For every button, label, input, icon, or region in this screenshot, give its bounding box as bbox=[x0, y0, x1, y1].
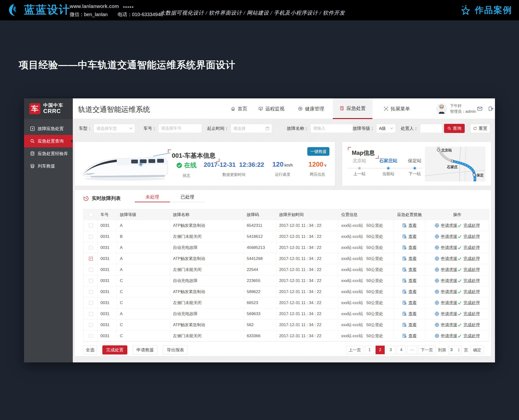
view-action[interactable]: 查看 bbox=[402, 256, 417, 261]
page-button[interactable]: 4 bbox=[397, 345, 406, 354]
website-url[interactable]: www.lanlanwork.com bbox=[70, 3, 119, 9]
row-checkbox[interactable] bbox=[89, 279, 93, 283]
complete-action[interactable]: 完成处理 bbox=[457, 256, 480, 261]
select-all-checkbox[interactable] bbox=[89, 213, 93, 217]
request-rescue-action[interactable]: 申请求援 bbox=[435, 333, 457, 339]
request-rescue-action[interactable]: 申请求援 bbox=[435, 256, 457, 261]
one-key-rescue-button[interactable]: 一键救援 bbox=[307, 147, 329, 156]
request-rescue-action[interactable]: 申请求援 bbox=[435, 234, 457, 239]
vehicle-no-input[interactable] bbox=[161, 126, 199, 131]
view-action[interactable]: 查看 bbox=[402, 289, 417, 294]
request-rescue-action[interactable]: 申请求援 bbox=[435, 289, 457, 294]
row-checkbox[interactable] bbox=[89, 290, 93, 294]
complete-action[interactable]: 完成处理 bbox=[457, 223, 480, 228]
route-map: 北京站 石家庄 保定 bbox=[425, 147, 485, 181]
view-action[interactable]: 查看 bbox=[402, 300, 417, 306]
spinner-arrows[interactable]: ▲▼ bbox=[458, 348, 460, 352]
complete-action[interactable]: 完成处理 bbox=[457, 267, 480, 272]
view-action[interactable]: 查看 bbox=[402, 333, 417, 339]
tab-processed[interactable]: 已处理 bbox=[170, 192, 205, 202]
fault-name-input[interactable] bbox=[313, 126, 351, 131]
request-rescue-action[interactable]: 申请求援 bbox=[435, 322, 457, 328]
view-action[interactable]: 查看 bbox=[402, 223, 417, 228]
map-label-shijiazhuang: 石家庄 bbox=[447, 165, 458, 169]
row-checkbox[interactable] bbox=[89, 246, 93, 250]
online-check-icon bbox=[176, 163, 182, 168]
view-action[interactable]: 查看 bbox=[402, 234, 417, 239]
request-rescue-button[interactable]: 申请救援 bbox=[133, 345, 158, 354]
tab-health-management[interactable]: 健康管理 bbox=[298, 98, 324, 119]
complete-dispose-button[interactable]: 完成处置 bbox=[102, 345, 127, 354]
cell-start-time: 2017-12-31 11 : 34 : 22 bbox=[276, 231, 338, 242]
request-rescue-action[interactable]: 申请求援 bbox=[435, 300, 457, 306]
complete-action[interactable]: 完成处理 bbox=[457, 311, 480, 316]
select-all-button[interactable]: 全选 bbox=[83, 345, 97, 354]
view-action[interactable]: 查看 bbox=[402, 278, 417, 284]
sidebar-item-train-rescue[interactable]: 列车救援 bbox=[24, 160, 73, 172]
app-sidebar: 车 中国中车 CRRC 故障应急处置 应急处置查询 bbox=[24, 98, 73, 362]
time-range-picker[interactable]: 请选择 bbox=[231, 124, 272, 133]
page-ellipsis[interactable]: ··· bbox=[407, 345, 417, 354]
tab-home[interactable]: 首页 bbox=[231, 98, 247, 119]
request-rescue-action[interactable]: 申请求援 bbox=[435, 311, 457, 316]
request-rescue-action[interactable]: 申请求援 bbox=[435, 245, 457, 250]
row-checkbox[interactable] bbox=[89, 268, 93, 272]
goto-page-input[interactable]: 3 ▲▼ bbox=[449, 345, 462, 354]
row-checkbox[interactable] bbox=[89, 301, 93, 305]
page-button[interactable]: 2 bbox=[376, 345, 385, 354]
station-dot-next bbox=[413, 166, 416, 170]
request-rescue-action[interactable]: 申请求援 bbox=[435, 278, 457, 284]
user-area: 下午好 管理员：admin bbox=[436, 98, 476, 119]
page-button[interactable]: 1 bbox=[365, 345, 374, 354]
view-action[interactable]: 查看 bbox=[402, 245, 417, 250]
check-icon bbox=[457, 245, 462, 250]
complete-action[interactable]: 完成处理 bbox=[457, 333, 480, 339]
complete-action[interactable]: 完成处理 bbox=[457, 278, 480, 284]
map-label-beijing: 北京站 bbox=[441, 148, 452, 152]
tab-expand-menu[interactable]: 拓展菜单 bbox=[384, 98, 410, 119]
row-checkbox[interactable]: ✓ bbox=[89, 257, 93, 261]
view-action[interactable]: 查看 bbox=[402, 311, 417, 316]
fault-level-select[interactable]: A级 bbox=[376, 124, 396, 133]
complete-action[interactable]: 完成处理 bbox=[457, 300, 480, 306]
portfolio-link[interactable]: 作品案例 bbox=[459, 0, 512, 20]
request-rescue-action[interactable]: 申请求援 bbox=[435, 223, 457, 228]
row-checkbox[interactable] bbox=[89, 323, 93, 327]
mail-icon[interactable] bbox=[477, 106, 483, 112]
cell-start-time: 2017-12-31 11 : 34 : 22 bbox=[276, 242, 338, 253]
request-rescue-action[interactable]: 申请求援 bbox=[435, 267, 457, 272]
row-checkbox[interactable] bbox=[89, 312, 93, 316]
table-row: 0031 C ATP触发紧急制动 589622 2017-12-31 11 : … bbox=[83, 286, 489, 297]
vehicle-type-select[interactable]: 请选择车型 bbox=[94, 124, 135, 133]
complete-action[interactable]: 完成处理 bbox=[457, 234, 480, 239]
view-action[interactable]: 查看 bbox=[402, 322, 417, 328]
tab-emergency-response[interactable]: 应急处置 bbox=[333, 98, 372, 119]
complete-action[interactable]: 完成处理 bbox=[457, 289, 480, 294]
filter-fault-level: 故障等级： A级 bbox=[353, 124, 396, 133]
export-report-button[interactable]: 导出报表 bbox=[163, 345, 188, 354]
reset-button[interactable]: 重置 bbox=[470, 124, 490, 133]
complete-action[interactable]: 完成处理 bbox=[457, 245, 480, 250]
prev-page-button[interactable]: 上一页 bbox=[346, 345, 364, 354]
row-checkbox[interactable] bbox=[89, 235, 93, 239]
sidebar-item-fault-emergency[interactable]: 故障应急处置 bbox=[24, 122, 73, 135]
complete-action[interactable]: 完成处理 bbox=[457, 322, 480, 328]
row-checkbox[interactable] bbox=[89, 334, 93, 338]
page-button[interactable]: 3 bbox=[386, 345, 395, 354]
logout-icon[interactable] bbox=[488, 106, 494, 112]
row-checkbox[interactable] bbox=[89, 224, 93, 227]
confirm-page-button[interactable]: 确定 bbox=[471, 345, 484, 354]
search-button[interactable]: 查询 bbox=[444, 124, 465, 133]
tab-remote-monitor[interactable]: 远程监视 bbox=[258, 98, 285, 119]
avatar[interactable] bbox=[436, 103, 447, 114]
sidebar-item-experience-library[interactable]: 应急处置经验库 bbox=[24, 147, 73, 160]
check-icon bbox=[457, 289, 462, 294]
col-location: 位置信息 bbox=[338, 209, 394, 220]
star-icon bbox=[459, 4, 472, 16]
view-action[interactable]: 查看 bbox=[402, 267, 417, 272]
lanlan-logo[interactable]: 蓝蓝设计 bbox=[7, 2, 70, 17]
tab-unprocessed[interactable]: 未处理 bbox=[135, 192, 170, 202]
sidebar-item-emergency-query[interactable]: 应急处置查询 bbox=[24, 135, 73, 147]
next-page-button[interactable]: 下一页 bbox=[418, 345, 436, 354]
handler-input[interactable] bbox=[423, 126, 440, 131]
